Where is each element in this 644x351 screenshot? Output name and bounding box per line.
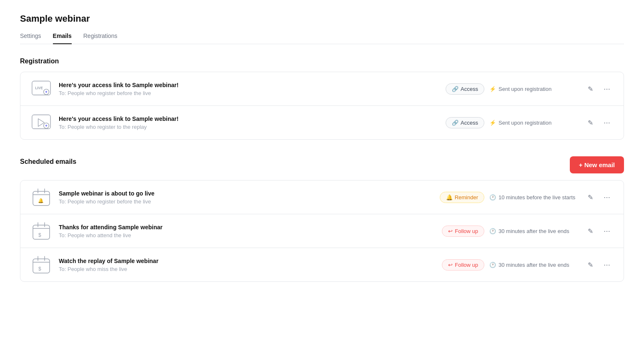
email-subject: Here's your access link to Sample webina… [59,115,439,122]
email-timing: ⚡ Sent upon registration [489,120,577,126]
email-meta: ↩ Follow up 🕐 30 minutes after the live … [442,259,577,271]
bell-icon: 🔔 [446,194,453,201]
email-actions: ✎ ⋯ [584,116,614,129]
more-button[interactable]: ⋯ [600,258,614,271]
access-badge: 🔗 Access [446,117,484,128]
email-actions: ✎ ⋯ [584,82,614,95]
email-info: Thanks for attending Sample webinar To: … [59,224,435,238]
email-actions: ✎ ⋯ [584,191,614,204]
followup-calendar-icon-2: $ [30,256,52,274]
email-timing: 🕐 30 minutes after the live ends [489,262,577,268]
edit-button[interactable]: ✎ [584,191,597,204]
email-subject: Thanks for attending Sample webinar [59,224,435,231]
link-icon: 🔗 [452,86,459,92]
email-subject: Sample webinar is about to go live [59,190,433,197]
followup-badge: ↩ Follow up [442,259,484,271]
scheduled-section-title: Scheduled emails [20,158,76,165]
refresh-icon: ↩ [448,228,453,234]
tabs-nav: Settings Emails Registrations [20,33,624,44]
email-actions: ✎ ⋯ [584,224,614,238]
email-timing: ⚡ Sent upon registration [489,86,577,92]
email-timing: 🕐 10 minutes before the live starts [489,194,577,201]
email-meta: 🔗 Access ⚡ Sent upon registration [446,83,577,95]
edit-button[interactable]: ✎ [584,224,597,238]
email-to: To: People who register to the replay [59,124,439,130]
followup-badge: ↩ Follow up [442,226,484,237]
email-to: To: People who register before the live [59,198,433,205]
registration-email-list: LIVE Here's your access link to Sample w… [20,72,624,140]
new-email-button[interactable]: + New email [570,156,624,173]
email-actions: ✎ ⋯ [584,258,614,271]
svg-text:LIVE: LIVE [35,86,43,90]
link-icon: 🔗 [452,120,459,126]
reminder-badge: 🔔 Reminder [440,192,484,203]
email-meta: 🔔 Reminder 🕐 10 minutes before the live … [440,192,577,203]
table-row: 🔔 Sample webinar is about to go live To:… [20,181,624,214]
email-info: Watch the replay of Sample webinar To: P… [59,258,435,272]
page-title: Sample webinar [20,13,624,24]
clock-icon: 🕐 [489,262,496,268]
scheduled-section-header: Scheduled emails + New email [20,156,624,173]
scheduled-email-list: 🔔 Sample webinar is about to go live To:… [20,180,624,282]
svg-rect-11 [33,225,50,239]
email-info: Sample webinar is about to go live To: P… [59,190,433,205]
more-button[interactable]: ⋯ [600,116,614,129]
clock-icon: 🕐 [489,194,496,201]
svg-text:$: $ [38,266,41,272]
more-button[interactable]: ⋯ [600,191,614,204]
tab-registrations[interactable]: Registrations [83,33,118,44]
table-row: Here's your access link to Sample webina… [20,106,624,139]
tab-emails[interactable]: Emails [53,33,72,44]
svg-rect-16 [33,259,50,273]
email-to: To: People who register before the live [59,90,439,96]
bolt-icon: ⚡ [489,86,496,92]
email-info: Here's your access link to Sample webina… [59,82,439,96]
table-row: LIVE Here's your access link to Sample w… [20,72,624,106]
svg-text:🔔: 🔔 [38,198,44,203]
email-meta: 🔗 Access ⚡ Sent upon registration [446,117,577,128]
more-button[interactable]: ⋯ [600,82,614,95]
email-to: To: People who miss the live [59,266,435,272]
reminder-calendar-icon: 🔔 [30,188,52,206]
followup-calendar-icon: $ [30,222,52,240]
more-button[interactable]: ⋯ [600,224,614,238]
edit-button[interactable]: ✎ [584,258,597,271]
access-badge: 🔗 Access [446,83,484,95]
email-subject: Watch the replay of Sample webinar [59,258,435,264]
table-row: $ Watch the replay of Sample webinar To:… [20,248,624,281]
clock-icon: 🕐 [489,228,496,234]
email-timing: 🕐 30 minutes after the live ends [489,228,577,234]
tab-settings[interactable]: Settings [20,33,41,44]
email-subject: Here's your access link to Sample webina… [59,82,439,88]
bolt-icon: ⚡ [489,120,496,126]
email-to: To: People who attend the live [59,232,435,238]
refresh-icon: ↩ [448,262,453,268]
email-meta: ↩ Follow up 🕐 30 minutes after the live … [442,226,577,237]
table-row: $ Thanks for attending Sample webinar To… [20,214,624,248]
edit-button[interactable]: ✎ [584,116,597,129]
registration-section-title: Registration [20,58,624,65]
svg-text:$: $ [38,232,41,238]
email-info: Here's your access link to Sample webina… [59,115,439,130]
live-icon: LIVE [30,80,52,98]
replay-icon [30,113,52,132]
edit-button[interactable]: ✎ [584,82,597,95]
